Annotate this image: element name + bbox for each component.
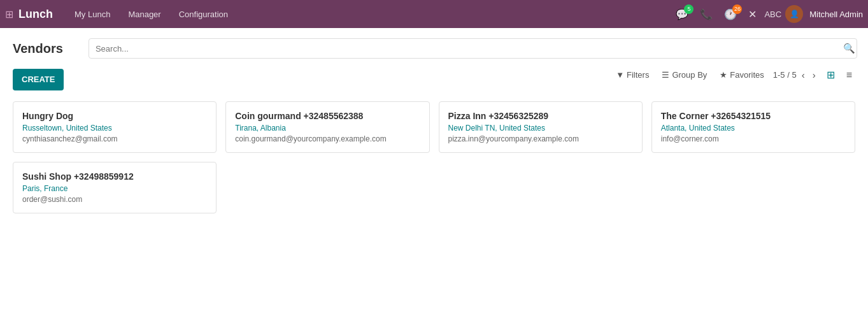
vendors-grid: Hungry Dog Russeltown, United States cyn…	[13, 101, 855, 153]
app-brand[interactable]: Lunch	[18, 8, 53, 21]
pagination-text: 1-5 / 5	[773, 70, 797, 80]
filter-icon: ▼	[616, 70, 624, 80]
header-right: 🔍	[89, 38, 855, 59]
vendor-location-4: Paris, France	[22, 184, 207, 193]
prev-page-button[interactable]: ‹	[799, 68, 808, 82]
vendor-name-2: Pizza Inn +32456325289	[448, 111, 633, 121]
main-nav: My Lunch Manager Configuration	[66, 0, 237, 28]
grid-icon[interactable]: ⊞	[5, 8, 13, 20]
groupby-label: Group By	[672, 70, 707, 80]
username-label[interactable]: Mitchell Admin	[809, 10, 863, 19]
page-header: Vendors 🔍	[13, 38, 855, 59]
nav-my-lunch[interactable]: My Lunch	[66, 0, 119, 28]
grid-view-button[interactable]: ⊞	[823, 66, 838, 83]
favorites-button[interactable]: ★ Favorites	[716, 68, 767, 82]
vendors-grid-bottom: Sushi Shop +32498859912 Paris, France or…	[13, 162, 855, 213]
nav-manager[interactable]: Manager	[119, 0, 169, 28]
vendor-card-1[interactable]: Coin gourmand +32485562388 Tirana, Alban…	[225, 101, 429, 153]
vendor-location-0: Russeltown, United States	[22, 124, 207, 133]
next-page-button[interactable]: ›	[810, 68, 818, 82]
vendor-card-4[interactable]: Sushi Shop +32498859912 Paris, France or…	[13, 162, 217, 213]
close-icon: ✕	[748, 8, 757, 20]
vendor-name-1: Coin gourmand +32485562388	[235, 111, 420, 121]
vendor-location-2: New Delhi TN, United States	[448, 124, 633, 133]
vendor-email-0: cynthiasanchez@gmail.com	[22, 134, 207, 143]
vendor-card-2[interactable]: Pizza Inn +32456325289 New Delhi TN, Uni…	[439, 101, 643, 153]
vendor-location-1: Tirana, Albania	[235, 124, 420, 133]
vendor-name-4: Sushi Shop +32498859912	[22, 171, 207, 182]
vendor-card-3[interactable]: The Corner +32654321515 Atlanta, United …	[651, 101, 855, 153]
favorites-label: Favorites	[730, 70, 764, 80]
topbar-icons: 💬 5 📞 🕐 26 ✕ ABC 👤 Mitchell Admin	[672, 5, 863, 23]
vendor-name-0: Hungry Dog	[22, 111, 207, 121]
pagination: 1-5 / 5 ‹ ›	[773, 68, 818, 82]
star-icon: ★	[720, 70, 727, 80]
abc-label: ABC	[764, 10, 781, 19]
controls-bar: ▼ Filters ☰ Group By ★ Favorites 1-5 / 5…	[612, 66, 855, 83]
vendor-email-1: coin.gourmand@yourcompany.example.com	[235, 134, 420, 143]
vendor-email-2: pizza.inn@yourcompany.example.com	[448, 134, 633, 143]
nav-configuration[interactable]: Configuration	[170, 0, 237, 28]
groupby-button[interactable]: ☰ Group By	[658, 68, 711, 82]
phone-icon-btn[interactable]: 📞	[696, 6, 716, 23]
list-view-button[interactable]: ≡	[843, 67, 855, 83]
vendor-email-4: order@sushi.com	[22, 195, 207, 204]
content-area: Vendors 🔍 CREATE ▼ Filters ☰ Group By ★ …	[0, 28, 868, 323]
vendor-name-3: The Corner +32654321515	[661, 111, 846, 121]
messaging-badge: 5	[684, 4, 694, 14]
list-icon: ☰	[662, 70, 669, 80]
create-button[interactable]: CREATE	[13, 69, 64, 90]
search-input[interactable]	[89, 38, 857, 59]
vendor-card-0[interactable]: Hungry Dog Russeltown, United States cyn…	[13, 101, 217, 153]
vendor-email-3: info@corner.com	[661, 134, 846, 143]
clock-badge: 26	[732, 4, 742, 14]
filters-button[interactable]: ▼ Filters	[612, 68, 653, 82]
phone-icon: 📞	[700, 8, 713, 20]
close-icon-btn[interactable]: ✕	[744, 6, 760, 23]
avatar[interactable]: 👤	[785, 5, 803, 23]
messaging-icon-btn[interactable]: 💬 5	[672, 6, 692, 23]
topbar: ⊞ Lunch My Lunch Manager Configuration 💬…	[0, 0, 868, 28]
avatar-initials: 👤	[790, 10, 799, 18]
vendor-location-3: Atlanta, United States	[661, 124, 846, 133]
page-title: Vendors	[13, 41, 63, 56]
search-button[interactable]: 🔍	[843, 43, 855, 54]
filters-label: Filters	[627, 70, 649, 80]
clock-icon-btn[interactable]: 🕐 26	[720, 6, 741, 23]
